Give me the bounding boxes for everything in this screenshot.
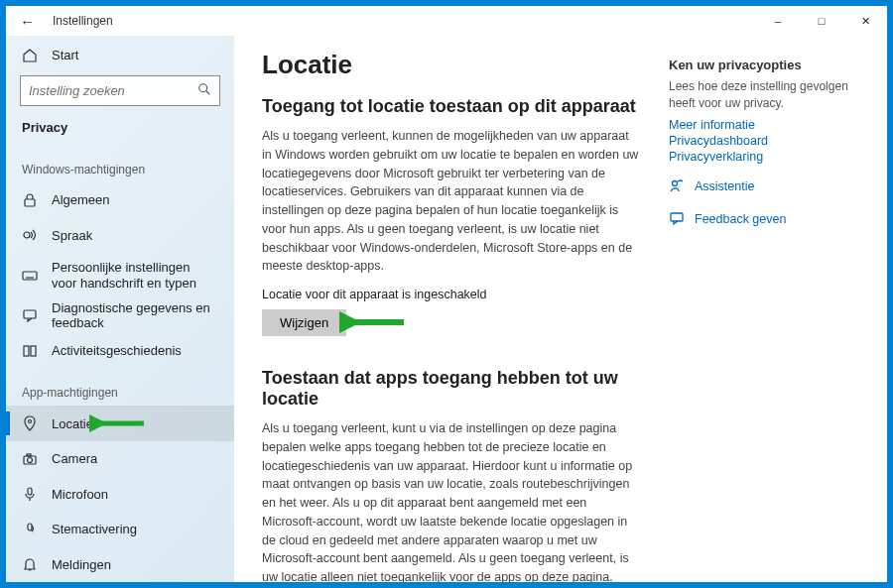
sidebar-item-voice-activation[interactable]: Stemactivering: [6, 512, 234, 547]
svg-rect-9: [24, 310, 36, 318]
sidebar-item-label: Diagnostische gegevens en feedback: [52, 300, 218, 330]
privacy-options-panel: Ken uw privacyopties Lees hoe deze inste…: [669, 50, 867, 582]
sidebar-item-inking[interactable]: Persoonlijke instellingen voor handschri…: [6, 253, 234, 297]
svg-point-15: [28, 457, 33, 462]
link-privacy-dashboard[interactable]: Privacydashboard: [669, 134, 867, 148]
feedback-link[interactable]: Feedback geven: [669, 210, 867, 229]
home-icon: [22, 48, 38, 63]
annotation-arrow: [89, 412, 149, 435]
main-content: Locatie Toegang tot locatie toestaan op …: [262, 50, 639, 582]
sidebar-item-label: Spraak: [52, 228, 92, 243]
sidebar-item-label: Microfoon: [52, 487, 108, 502]
svg-point-22: [673, 180, 678, 185]
svg-rect-4: [23, 272, 37, 280]
sidebar-item-activity[interactable]: Activiteitsgeschiedenis: [6, 333, 234, 369]
search-icon: [197, 82, 211, 99]
link-more-info[interactable]: Meer informatie: [669, 118, 867, 132]
svg-rect-18: [28, 524, 32, 530]
keyboard-icon: [22, 268, 38, 284]
svg-point-12: [29, 420, 32, 423]
voice-icon: [22, 522, 38, 537]
sidebar-item-label: Activiteitsgeschiedenis: [52, 343, 182, 358]
sidebar-item-location[interactable]: Locatie: [6, 406, 234, 441]
section-app-access-body: Als u toegang verleent, kunt u via de in…: [262, 419, 639, 582]
sidebar-item-diagnostics[interactable]: Diagnostische gegevens en feedback: [6, 297, 234, 333]
svg-rect-16: [27, 454, 31, 456]
svg-point-0: [199, 84, 207, 92]
search-box[interactable]: [20, 75, 220, 107]
section-device-access-body: Als u toegang verleent, kunnen de mogeli…: [262, 127, 639, 276]
link-privacy-statement[interactable]: Privacyverklaring: [669, 150, 867, 164]
help-icon: [669, 177, 685, 196]
feedback-icon: [22, 307, 38, 323]
svg-point-3: [24, 232, 30, 238]
speech-icon: [22, 227, 38, 243]
privacy-options-sub: Lees hoe deze instelling gevolgen heeft …: [669, 78, 867, 112]
svg-line-1: [206, 91, 210, 95]
annotation-arrow: [339, 307, 409, 337]
section-device-access-title: Toegang tot locatie toestaan op dit appa…: [262, 96, 639, 117]
change-button[interactable]: Wijzigen: [262, 309, 346, 336]
sidebar-category[interactable]: Privacy: [6, 114, 234, 145]
sidebar-item-microphone[interactable]: Microfoon: [6, 476, 234, 512]
back-button[interactable]: ←: [20, 13, 35, 30]
help-link[interactable]: Assistentie: [669, 177, 867, 196]
sidebar-start-label: Start: [52, 48, 78, 62]
page-title: Locatie: [262, 50, 639, 80]
sidebar-item-notifications[interactable]: Meldingen: [6, 546, 234, 582]
svg-rect-10: [24, 346, 29, 356]
svg-rect-2: [25, 199, 35, 206]
sidebar-item-label: Camera: [52, 451, 97, 466]
sidebar-item-general[interactable]: Algemeen: [6, 182, 234, 218]
svg-rect-11: [31, 346, 36, 356]
feedback-icon: [669, 210, 685, 229]
camera-icon: [22, 451, 38, 467]
help-label: Assistentie: [695, 179, 754, 193]
section-app-access-title: Toestaan dat apps toegang hebben tot uw …: [262, 368, 639, 410]
sidebar-item-label: Stemactivering: [52, 522, 137, 536]
microphone-icon: [22, 486, 38, 502]
sidebar-item-label: Locatie: [52, 416, 93, 431]
close-button[interactable]: ✕: [843, 6, 887, 36]
svg-rect-17: [28, 488, 32, 495]
minimize-button[interactable]: –: [756, 6, 800, 36]
svg-rect-23: [671, 213, 683, 221]
sidebar-item-label: Algemeen: [52, 192, 110, 207]
sidebar-item-camera[interactable]: Camera: [6, 441, 234, 477]
window-title: Instellingen: [53, 14, 756, 28]
sidebar-start[interactable]: Start: [6, 38, 234, 73]
sidebar-item-label: Meldingen: [52, 557, 111, 572]
maximize-button[interactable]: □: [800, 6, 843, 36]
sidebar: Start Privacy Windows-machtigingen Algem…: [6, 36, 234, 582]
device-location-status: Locatie voor dit apparaat is ingeschakel…: [262, 288, 639, 301]
feedback-label: Feedback geven: [695, 212, 786, 226]
sidebar-item-speech[interactable]: Spraak: [6, 218, 234, 254]
bell-icon: [22, 556, 38, 572]
sidebar-section-windows: Windows-machtigingen: [6, 145, 234, 182]
sidebar-section-apps: App-machtigingen: [6, 368, 234, 406]
history-icon: [22, 343, 38, 359]
sidebar-item-label: Persoonlijke instellingen voor handschri…: [52, 260, 218, 291]
location-icon: [22, 415, 38, 431]
search-input[interactable]: [29, 83, 197, 98]
privacy-options-heading: Ken uw privacyopties: [669, 58, 867, 72]
lock-icon: [22, 192, 38, 208]
